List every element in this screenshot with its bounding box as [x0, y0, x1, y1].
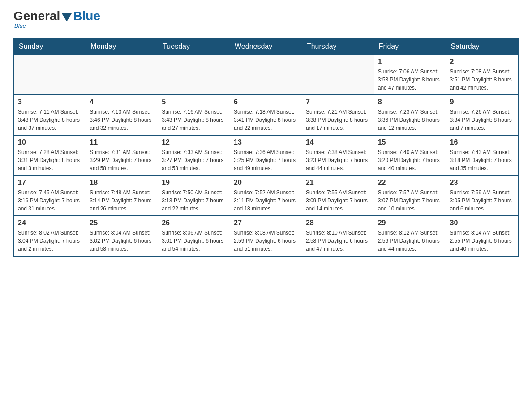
- day-number: 17: [18, 179, 82, 187]
- table-row: 20Sunrise: 7:52 AM Sunset: 3:11 PM Dayli…: [230, 176, 302, 216]
- table-row: [86, 55, 158, 95]
- table-row: 3Sunrise: 7:11 AM Sunset: 3:48 PM Daylig…: [14, 95, 86, 135]
- day-info: Sunrise: 7:43 AM Sunset: 3:18 PM Dayligh…: [450, 148, 514, 172]
- day-info: Sunrise: 7:06 AM Sunset: 3:53 PM Dayligh…: [378, 68, 442, 92]
- day-number: 28: [306, 219, 370, 227]
- table-row: 2Sunrise: 7:08 AM Sunset: 3:51 PM Daylig…: [446, 55, 518, 95]
- calendar-week-row: 1Sunrise: 7:06 AM Sunset: 3:53 PM Daylig…: [14, 55, 518, 95]
- day-info: Sunrise: 8:10 AM Sunset: 2:58 PM Dayligh…: [306, 229, 370, 253]
- day-number: 10: [18, 138, 82, 146]
- table-row: [14, 55, 86, 95]
- table-row: 9Sunrise: 7:26 AM Sunset: 3:34 PM Daylig…: [446, 95, 518, 135]
- day-info: Sunrise: 7:18 AM Sunset: 3:41 PM Dayligh…: [234, 108, 298, 132]
- calendar-table: Sunday Monday Tuesday Wednesday Thursday…: [13, 38, 519, 257]
- table-row: 7Sunrise: 7:21 AM Sunset: 3:38 PM Daylig…: [302, 95, 374, 135]
- day-info: Sunrise: 7:23 AM Sunset: 3:36 PM Dayligh…: [378, 108, 442, 132]
- table-row: [230, 55, 302, 95]
- logo-triangle-icon: [62, 13, 72, 21]
- table-row: 14Sunrise: 7:38 AM Sunset: 3:23 PM Dayli…: [302, 135, 374, 176]
- day-number: 29: [378, 219, 442, 227]
- table-row: 1Sunrise: 7:06 AM Sunset: 3:53 PM Daylig…: [374, 55, 446, 95]
- day-info: Sunrise: 7:52 AM Sunset: 3:11 PM Dayligh…: [234, 188, 298, 213]
- day-number: 27: [234, 219, 298, 227]
- col-thursday: Thursday: [302, 39, 374, 55]
- table-row: 30Sunrise: 8:14 AM Sunset: 2:55 PM Dayli…: [446, 216, 518, 256]
- day-number: 14: [306, 138, 370, 146]
- day-info: Sunrise: 8:04 AM Sunset: 3:02 PM Dayligh…: [90, 229, 154, 253]
- table-row: 15Sunrise: 7:40 AM Sunset: 3:20 PM Dayli…: [374, 135, 446, 176]
- day-number: 22: [378, 179, 442, 187]
- day-info: Sunrise: 7:08 AM Sunset: 3:51 PM Dayligh…: [450, 68, 514, 92]
- day-number: 18: [90, 179, 154, 187]
- col-monday: Monday: [86, 39, 158, 55]
- day-number: 2: [450, 58, 514, 66]
- table-row: 22Sunrise: 7:57 AM Sunset: 3:07 PM Dayli…: [374, 176, 446, 216]
- day-number: 25: [90, 219, 154, 227]
- day-number: 23: [450, 179, 514, 187]
- day-number: 7: [306, 98, 370, 106]
- day-number: 12: [162, 138, 226, 146]
- col-wednesday: Wednesday: [230, 39, 302, 55]
- table-row: 23Sunrise: 7:59 AM Sunset: 3:05 PM Dayli…: [446, 176, 518, 216]
- table-row: 24Sunrise: 8:02 AM Sunset: 3:04 PM Dayli…: [14, 216, 86, 256]
- table-row: [302, 55, 374, 95]
- table-row: 27Sunrise: 8:08 AM Sunset: 2:59 PM Dayli…: [230, 216, 302, 256]
- calendar-week-row: 3Sunrise: 7:11 AM Sunset: 3:48 PM Daylig…: [14, 95, 518, 135]
- day-number: 9: [450, 98, 514, 106]
- day-info: Sunrise: 7:13 AM Sunset: 3:46 PM Dayligh…: [90, 108, 154, 132]
- day-number: 21: [306, 179, 370, 187]
- day-number: 26: [162, 219, 226, 227]
- day-info: Sunrise: 7:59 AM Sunset: 3:05 PM Dayligh…: [450, 188, 514, 213]
- col-sunday: Sunday: [14, 39, 86, 55]
- day-number: 8: [378, 98, 442, 106]
- day-number: 1: [378, 58, 442, 66]
- day-info: Sunrise: 8:12 AM Sunset: 2:56 PM Dayligh…: [378, 229, 442, 253]
- table-row: 8Sunrise: 7:23 AM Sunset: 3:36 PM Daylig…: [374, 95, 446, 135]
- day-number: 6: [234, 98, 298, 106]
- table-row: 13Sunrise: 7:36 AM Sunset: 3:25 PM Dayli…: [230, 135, 302, 176]
- day-number: 4: [90, 98, 154, 106]
- day-info: Sunrise: 7:28 AM Sunset: 3:31 PM Dayligh…: [18, 148, 82, 172]
- logo-general-text: General: [13, 9, 60, 23]
- table-row: 21Sunrise: 7:55 AM Sunset: 3:09 PM Dayli…: [302, 176, 374, 216]
- day-info: Sunrise: 7:11 AM Sunset: 3:48 PM Dayligh…: [18, 108, 82, 132]
- day-number: 11: [90, 138, 154, 146]
- day-info: Sunrise: 7:16 AM Sunset: 3:43 PM Dayligh…: [162, 108, 226, 132]
- day-number: 19: [162, 179, 226, 187]
- col-tuesday: Tuesday: [158, 39, 230, 55]
- table-row: 28Sunrise: 8:10 AM Sunset: 2:58 PM Dayli…: [302, 216, 374, 256]
- table-row: 10Sunrise: 7:28 AM Sunset: 3:31 PM Dayli…: [14, 135, 86, 176]
- day-info: Sunrise: 7:33 AM Sunset: 3:27 PM Dayligh…: [162, 148, 226, 172]
- day-number: 20: [234, 179, 298, 187]
- logo-blue-text: Blue: [73, 9, 100, 23]
- day-info: Sunrise: 7:26 AM Sunset: 3:34 PM Dayligh…: [450, 108, 514, 132]
- table-row: 18Sunrise: 7:48 AM Sunset: 3:14 PM Dayli…: [86, 176, 158, 216]
- calendar-week-row: 17Sunrise: 7:45 AM Sunset: 3:16 PM Dayli…: [14, 176, 518, 216]
- day-info: Sunrise: 7:55 AM Sunset: 3:09 PM Dayligh…: [306, 188, 370, 213]
- col-friday: Friday: [374, 39, 446, 55]
- day-info: Sunrise: 7:38 AM Sunset: 3:23 PM Dayligh…: [306, 148, 370, 172]
- day-number: 15: [378, 138, 442, 146]
- day-number: 13: [234, 138, 298, 146]
- day-info: Sunrise: 7:21 AM Sunset: 3:38 PM Dayligh…: [306, 108, 370, 132]
- table-row: 25Sunrise: 8:04 AM Sunset: 3:02 PM Dayli…: [86, 216, 158, 256]
- day-info: Sunrise: 8:02 AM Sunset: 3:04 PM Dayligh…: [18, 229, 82, 253]
- day-info: Sunrise: 7:40 AM Sunset: 3:20 PM Dayligh…: [378, 148, 442, 172]
- day-info: Sunrise: 7:57 AM Sunset: 3:07 PM Dayligh…: [378, 188, 442, 213]
- day-number: 30: [450, 219, 514, 227]
- day-info: Sunrise: 7:31 AM Sunset: 3:29 PM Dayligh…: [90, 148, 154, 172]
- col-saturday: Saturday: [446, 39, 518, 55]
- table-row: 16Sunrise: 7:43 AM Sunset: 3:18 PM Dayli…: [446, 135, 518, 176]
- day-info: Sunrise: 8:08 AM Sunset: 2:59 PM Dayligh…: [234, 229, 298, 253]
- calendar-week-row: 10Sunrise: 7:28 AM Sunset: 3:31 PM Dayli…: [14, 135, 518, 176]
- calendar-header-row: Sunday Monday Tuesday Wednesday Thursday…: [14, 39, 518, 55]
- table-row: 19Sunrise: 7:50 AM Sunset: 3:13 PM Dayli…: [158, 176, 230, 216]
- table-row: 5Sunrise: 7:16 AM Sunset: 3:43 PM Daylig…: [158, 95, 230, 135]
- day-info: Sunrise: 7:45 AM Sunset: 3:16 PM Dayligh…: [18, 188, 82, 213]
- table-row: 6Sunrise: 7:18 AM Sunset: 3:41 PM Daylig…: [230, 95, 302, 135]
- day-number: 24: [18, 219, 82, 227]
- day-info: Sunrise: 8:06 AM Sunset: 3:01 PM Dayligh…: [162, 229, 226, 253]
- day-info: Sunrise: 8:14 AM Sunset: 2:55 PM Dayligh…: [450, 229, 514, 253]
- day-info: Sunrise: 7:36 AM Sunset: 3:25 PM Dayligh…: [234, 148, 298, 172]
- table-row: [158, 55, 230, 95]
